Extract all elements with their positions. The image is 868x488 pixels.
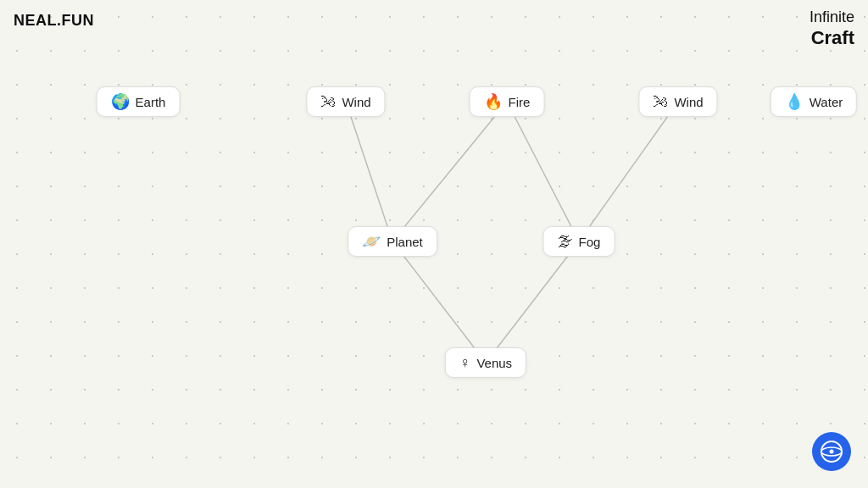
svg-line-1 bbox=[392, 102, 507, 241]
wind2-icon: 🌬 bbox=[653, 94, 668, 109]
element-card-fire[interactable]: 🔥Fire bbox=[470, 86, 545, 117]
fire-icon: 🔥 bbox=[484, 94, 503, 109]
svg-line-2 bbox=[507, 102, 579, 241]
water-label: Water bbox=[810, 95, 843, 109]
venus-label: Venus bbox=[476, 356, 512, 370]
fog-label: Fog bbox=[579, 235, 601, 249]
wind2-label: Wind bbox=[674, 95, 703, 109]
element-card-venus[interactable]: ♀Venus bbox=[445, 347, 526, 378]
logo-right: Infinite Craft bbox=[810, 8, 854, 49]
venus-icon: ♀ bbox=[459, 355, 471, 370]
element-card-water[interactable]: 💧Water bbox=[771, 86, 857, 117]
earth-icon: 🌍 bbox=[111, 94, 130, 109]
water-icon: 💧 bbox=[785, 94, 804, 109]
logo-left: NEAL.FUN bbox=[14, 12, 94, 30]
element-card-wind2[interactable]: 🌬Wind bbox=[638, 86, 717, 117]
svg-line-3 bbox=[579, 102, 678, 241]
svg-line-5 bbox=[486, 241, 579, 363]
planet-icon: 🪐 bbox=[362, 234, 381, 249]
element-card-wind1[interactable]: 🌬Wind bbox=[306, 86, 385, 117]
logo-infinite: Infinite bbox=[810, 8, 854, 27]
fire-label: Fire bbox=[509, 95, 531, 109]
element-card-earth[interactable]: 🌍Earth bbox=[97, 86, 181, 117]
wind1-icon: 🌬 bbox=[320, 94, 336, 109]
element-card-planet[interactable]: 🪐Planet bbox=[348, 226, 437, 257]
svg-line-4 bbox=[392, 241, 486, 363]
svg-line-0 bbox=[346, 102, 392, 241]
wind1-label: Wind bbox=[342, 95, 370, 109]
logo-craft: Craft bbox=[810, 27, 854, 49]
gyro-svg bbox=[820, 440, 843, 463]
earth-label: Earth bbox=[136, 95, 166, 109]
element-card-fog[interactable]: 🌫Fog bbox=[543, 226, 615, 257]
planet-label: Planet bbox=[387, 235, 423, 249]
gyro-icon-button[interactable] bbox=[812, 432, 851, 471]
svg-point-8 bbox=[830, 450, 834, 454]
fog-icon: 🌫 bbox=[558, 234, 573, 249]
